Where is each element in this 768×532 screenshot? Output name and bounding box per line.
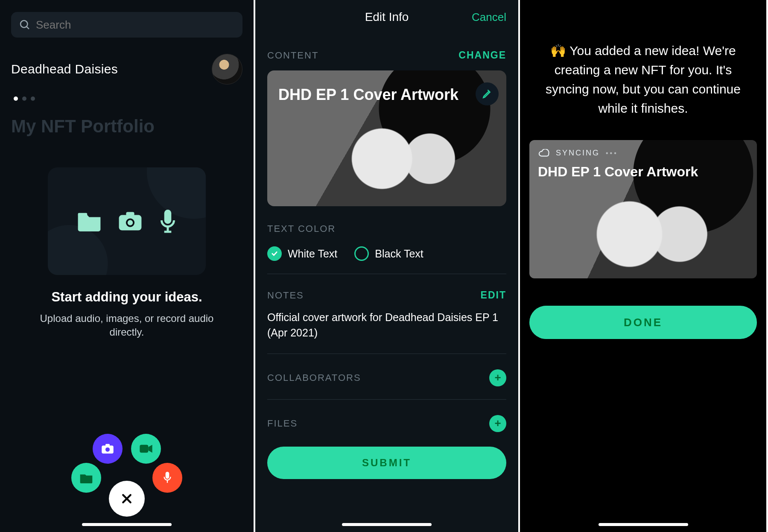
portfolio-title: My NFT Portfolio: [11, 116, 254, 137]
fab-camera[interactable]: [93, 434, 123, 464]
microphone-icon: [163, 471, 172, 484]
add-file-button[interactable]: +: [489, 415, 506, 432]
radio-label: Black Text: [375, 248, 423, 260]
home-indicator: [599, 523, 688, 526]
files-label: FILES: [267, 418, 298, 429]
fab-video[interactable]: [131, 434, 161, 464]
pencil-icon: [482, 88, 493, 99]
page-title: Edit Info: [365, 10, 409, 24]
home-indicator: [82, 523, 172, 526]
video-icon: [139, 444, 153, 454]
nft-card[interactable]: SYNCING ••• DHD EP 1 Cover Artwork: [529, 140, 757, 278]
change-button[interactable]: CHANGE: [458, 50, 506, 61]
search-bar[interactable]: [11, 12, 242, 38]
cloud-icon: [538, 149, 550, 158]
svg-rect-11: [105, 444, 110, 446]
add-collaborator-button[interactable]: +: [489, 369, 506, 386]
cancel-button[interactable]: Cancel: [472, 11, 506, 24]
fab-folder[interactable]: [71, 463, 101, 493]
svg-rect-7: [164, 210, 172, 224]
svg-line-1: [26, 26, 29, 29]
cover-title: DHD EP 1 Cover Artwork: [278, 86, 458, 104]
page-dot[interactable]: [22, 96, 26, 101]
start-subtitle: Upload audio, images, or record audio di…: [37, 312, 216, 339]
radio-dot: [354, 246, 369, 261]
submit-button[interactable]: SUBMIT: [267, 447, 506, 479]
svg-rect-13: [140, 445, 148, 453]
svg-rect-2: [78, 213, 88, 216]
svg-point-6: [128, 220, 133, 225]
edit-title-button[interactable]: [476, 82, 499, 105]
page-dot[interactable]: [14, 96, 18, 101]
close-icon: [120, 492, 133, 505]
svg-rect-4: [126, 212, 134, 216]
radio-black-text[interactable]: Black Text: [354, 246, 423, 261]
card-title: DHD EP 1 Cover Artwork: [538, 164, 698, 180]
avatar[interactable]: [212, 54, 242, 85]
textcolor-label: TEXT COLOR: [267, 223, 336, 234]
fab-close[interactable]: [109, 481, 145, 517]
microphone-icon: [158, 209, 177, 234]
search-icon: [19, 19, 31, 31]
plus-icon: +: [494, 417, 501, 430]
folder-icon: [79, 472, 93, 483]
svg-point-0: [20, 20, 27, 27]
svg-point-12: [105, 447, 110, 452]
screen-edit-info: Edit Info Cancel CONTENT CHANGE DHD EP 1…: [255, 0, 520, 532]
page-dot[interactable]: [31, 96, 35, 101]
start-title: Start adding your ideas.: [0, 289, 254, 305]
camera-icon: [101, 443, 114, 454]
done-button[interactable]: DONE: [529, 306, 757, 339]
notes-label: NOTES: [267, 290, 304, 301]
page-dots: [14, 96, 254, 101]
sync-label: SYNCING: [556, 149, 600, 158]
edit-notes-button[interactable]: EDIT: [481, 289, 506, 301]
success-message: 🙌 You added a new idea! We're creating a…: [537, 41, 749, 118]
topbar: Edit Info Cancel: [255, 0, 518, 34]
screen-success: 🙌 You added a new idea! We're creating a…: [520, 0, 768, 532]
sync-status: SYNCING •••: [538, 149, 618, 158]
radio-white-text[interactable]: White Text: [267, 246, 337, 261]
folder-icon: [76, 211, 102, 231]
radio-dot-selected: [267, 246, 282, 261]
collaborators-label: COLLABORATORS: [267, 372, 361, 383]
brand-name: Deadhead Daisies: [11, 62, 118, 76]
radio-label: White Text: [288, 248, 337, 260]
content-label: CONTENT: [267, 50, 318, 61]
plus-icon: +: [494, 371, 501, 384]
search-input[interactable]: [36, 18, 235, 32]
fab-mic[interactable]: [152, 463, 182, 493]
upload-card[interactable]: [48, 167, 206, 275]
loading-dots-icon: •••: [606, 149, 618, 157]
notes-text: Official cover artwork for Deadhead Dais…: [267, 310, 506, 341]
screen-portfolio: Deadhead Daisies My NFT Portfolio Start …: [0, 0, 255, 532]
fab-cluster: [67, 426, 187, 520]
svg-rect-14: [166, 472, 169, 479]
cover-preview[interactable]: DHD EP 1 Cover Artwork: [267, 70, 506, 206]
camera-icon: [117, 211, 143, 231]
home-indicator: [342, 523, 432, 526]
